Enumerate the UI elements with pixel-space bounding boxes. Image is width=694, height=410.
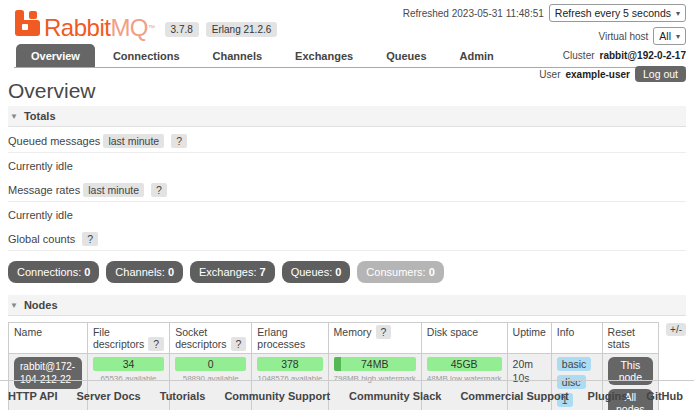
virtual-host-label: Virtual host [598,31,648,42]
info-badge-basic[interactable]: basic [557,357,592,371]
rabbitmq-version-badge: 3.7.8 [165,22,199,37]
help-icon[interactable]: ? [82,232,98,246]
chevron-down-icon: ▾ [676,32,680,41]
channels-count: 0 [168,266,174,278]
uptime-minutes: 20m [513,357,546,371]
footer-link-community-slack[interactable]: Community Slack [349,390,441,402]
help-icon[interactable]: ? [148,337,164,351]
queued-messages-status: Currently idle [8,153,686,176]
consumers-counter-label: Consumers: [366,266,425,278]
trademark-symbol: ™ [148,24,155,31]
column-header-uptime: Uptime [507,323,551,354]
queues-counter[interactable]: Queues:0 [282,261,351,283]
nodes-section-title: Nodes [24,299,58,311]
memory-bar: 74MB [334,357,416,371]
erlang-version-badge: Erlang 21.2.6 [206,22,278,37]
column-toggle-button[interactable]: +/- [666,323,686,336]
column-header-name: Name [9,323,88,354]
tab-exchanges[interactable]: Exchanges [280,44,368,67]
collapse-icon: ▼ [10,112,18,121]
brand-rabbit: Rabbit [44,14,110,41]
cluster-label: Cluster [563,50,595,61]
global-counters: Connections:0 Channels:0 Exchanges:7 Que… [8,261,686,283]
column-header-socket-descriptors: Socket descriptors? [170,323,252,354]
tab-channels[interactable]: Channels [198,44,278,67]
exchanges-counter[interactable]: Exchanges:7 [190,261,275,283]
column-header-reset-stats: Reset stats [602,323,658,354]
consumers-counter: Consumers:0 [357,261,443,283]
queued-messages-label: Queued messages [8,135,100,147]
refreshed-timestamp: Refreshed 2023-05-31 11:48:51 [403,8,544,19]
queues-count: 0 [335,266,341,278]
footer-link-plugins[interactable]: Plugins [588,390,628,402]
message-rates-label: Message rates [8,184,80,196]
footer-link-community-support[interactable]: Community Support [224,390,330,402]
message-rates-row: Message rates last minute ? [8,176,686,202]
exchanges-count: 7 [260,266,266,278]
user-label: User [539,69,560,80]
nodes-section-header[interactable]: ▼ Nodes [8,295,686,316]
cluster-name: rabbit@192-0-2-17 [600,50,686,61]
column-header-info: Info [551,323,602,354]
help-icon[interactable]: ? [151,183,167,197]
footer-link-server-docs[interactable]: Server Docs [77,390,141,402]
erlang-processes-bar: 378 [257,357,322,371]
consumers-count: 0 [429,266,435,278]
queued-messages-range-badge[interactable]: last minute [103,134,164,148]
channels-counter[interactable]: Channels:0 [106,261,183,283]
column-header-disk-space: Disk space [421,323,507,354]
footer: HTTP API Server Docs Tutorials Community… [0,380,694,402]
message-rates-range-badge[interactable]: last minute [83,183,144,197]
totals-section-title: Totals [24,110,56,122]
rabbitmq-logo-icon [14,10,41,37]
refresh-interval-value: Refresh every 5 seconds [555,7,671,19]
queued-messages-row: Queued messages last minute ? [8,127,686,153]
column-header-file-descriptors: File descriptors? [87,323,169,354]
column-header-memory: Memory? [328,323,421,354]
tab-connections[interactable]: Connections [98,44,195,67]
header-status-area: Refreshed 2023-05-31 11:48:51 Refresh ev… [403,4,686,87]
virtual-host-value: All [659,30,671,42]
channels-counter-label: Channels: [115,266,165,278]
disk-space-bar: 45GB [427,357,502,371]
footer-link-http-api[interactable]: HTTP API [8,390,58,402]
refresh-interval-select[interactable]: Refresh every 5 seconds ▾ [549,4,686,22]
header: Refreshed 2023-05-31 11:48:51 Refresh ev… [0,0,694,68]
exchanges-counter-label: Exchanges: [199,266,256,278]
connections-counter-label: Connections: [17,266,81,278]
connections-count: 0 [84,266,90,278]
brand-wordmark: RabbitMQ™ [44,14,155,41]
virtual-host-select[interactable]: All ▾ [653,27,686,45]
table-header-row: Name File descriptors? Socket descriptor… [9,323,659,354]
global-counts-row: Global counts ? [8,225,686,251]
user-name: example-user [565,69,629,80]
help-icon[interactable]: ? [376,325,392,339]
connections-counter[interactable]: Connections:0 [8,261,99,283]
socket-descriptors-bar: 0 [175,357,246,371]
column-header-erlang-processes: Erlang processes [252,323,328,354]
help-icon[interactable]: ? [231,337,247,351]
collapse-icon: ▼ [10,301,18,310]
chevron-down-icon: ▾ [676,9,680,18]
message-rates-status: Currently idle [8,202,686,225]
main-content: Overview ▼ Totals Queued messages last m… [0,79,694,410]
footer-link-commercial-support[interactable]: Commercial Support [460,390,568,402]
queues-counter-label: Queues: [291,266,333,278]
global-counts-label: Global counts [8,233,75,245]
footer-link-github[interactable]: GitHub [646,390,683,402]
version-badges: 3.7.8 Erlang 21.2.6 [165,22,278,37]
totals-section-header[interactable]: ▼ Totals [8,106,686,127]
brand-mq: MQ [110,14,148,41]
help-icon[interactable]: ? [171,134,187,148]
logout-button[interactable]: Log out [635,66,686,82]
footer-link-tutorials[interactable]: Tutorials [160,390,206,402]
file-descriptors-bar: 34 [93,357,164,371]
tab-overview[interactable]: Overview [16,44,95,67]
